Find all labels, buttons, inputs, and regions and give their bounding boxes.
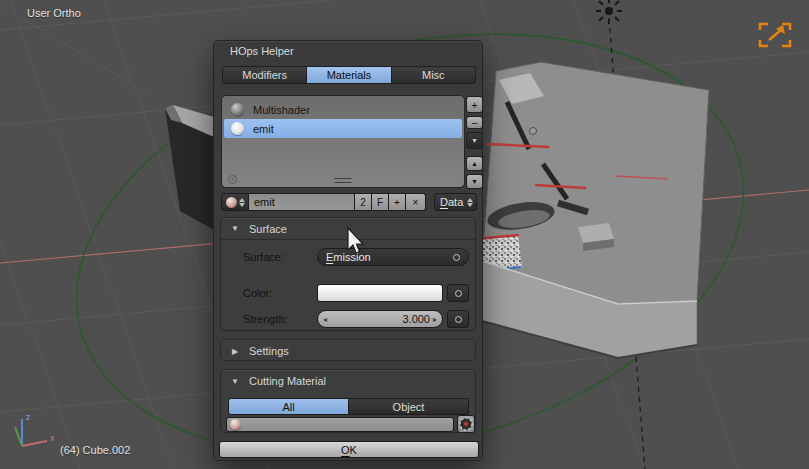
list-item-emit[interactable]: emit <box>224 119 462 138</box>
settings-panel-header[interactable]: ▶ Settings <box>221 340 475 362</box>
dropdown-updown-icon <box>467 198 473 207</box>
selected-object-label: (64) Cube.002 <box>60 444 130 456</box>
add-material-slot-button[interactable]: + <box>466 96 483 113</box>
list-resize-grip[interactable] <box>335 178 352 183</box>
scene-object-left[interactable] <box>165 105 214 230</box>
browse-updown-icon <box>239 198 245 207</box>
view-mode-label: User Ortho <box>27 7 81 19</box>
surface-type-value: Emission <box>326 251 371 263</box>
scope-all-button[interactable]: All <box>228 398 349 415</box>
node-socket-icon <box>455 316 462 323</box>
surface-panel-header[interactable]: ▼ Surface <box>221 218 475 240</box>
expand-triangle-icon: ▶ <box>230 347 240 356</box>
gizmo-x-label: x <box>50 433 55 443</box>
link-mode-value: Data <box>440 196 463 208</box>
unlink-material-button[interactable]: × <box>406 193 426 211</box>
material-preview-icon <box>230 419 241 430</box>
axis-gizmo: z x <box>15 412 55 446</box>
list-item-label: Multishader <box>253 104 310 116</box>
cutting-material-field[interactable] <box>226 417 454 432</box>
material-picker-button[interactable] <box>457 415 475 433</box>
tab-bar: Modifiers Materials Misc <box>222 66 476 84</box>
list-item-multishader[interactable]: Multishader <box>224 100 462 119</box>
material-name-row: 2 F + × Data <box>221 193 477 211</box>
ok-label: OK <box>341 444 357 456</box>
hops-helper-dialog[interactable]: HOps Helper Modifiers Materials Misc Mul… <box>213 40 483 461</box>
material-list[interactable]: Multishader emit + <box>221 95 465 188</box>
material-specials-menu-button[interactable]: ▼ <box>466 132 483 149</box>
cutting-material-panel: ▼ Cutting Material All Object <box>220 369 476 433</box>
list-item-label: emit <box>253 123 274 135</box>
emission-color-swatch[interactable] <box>317 284 443 302</box>
color-node-socket-button[interactable] <box>447 284 469 302</box>
tab-modifiers[interactable]: Modifiers <box>222 66 307 84</box>
slider-left-arrow-icon[interactable]: ◂ <box>323 315 327 324</box>
ok-button[interactable]: OK <box>219 441 479 458</box>
scope-object-button[interactable]: Object <box>349 398 469 415</box>
tab-materials[interactable]: Materials <box>307 66 391 84</box>
material-preview-icon <box>226 197 237 208</box>
scene-object-plate[interactable] <box>469 62 709 358</box>
link-mode-dropdown[interactable]: Data <box>434 193 477 211</box>
cutting-panel-header[interactable]: ▼ Cutting Material <box>221 370 475 392</box>
dialog-title: HOps Helper <box>230 45 294 57</box>
material-sphere-icon <box>231 103 244 116</box>
strength-value: 3.000 <box>402 313 433 325</box>
color-label: Color: <box>243 287 272 299</box>
strength-slider[interactable]: ◂ 3.000 ▸ <box>317 310 443 328</box>
new-material-button[interactable]: + <box>389 193 406 211</box>
settings-panel: ▶ Settings <box>220 339 476 361</box>
list-filter-toggle-icon[interactable]: + <box>228 175 237 184</box>
surface-type-dropdown[interactable]: Emission <box>317 248 469 266</box>
move-slot-down-button[interactable]: ▼ <box>466 174 483 189</box>
panel-title: Surface <box>249 223 287 235</box>
cut-scope-segment: All Object <box>228 398 469 415</box>
material-sphere-icon <box>231 122 244 135</box>
strength-node-socket-button[interactable] <box>447 310 469 328</box>
spacer <box>426 193 434 211</box>
tab-misc[interactable]: Misc <box>392 66 476 84</box>
move-up-arrow-icon: ▲ <box>471 160 478 167</box>
move-down-arrow-icon: ▼ <box>471 178 478 185</box>
users-count-button[interactable]: 2 <box>355 193 372 211</box>
fake-user-button[interactable]: F <box>372 193 389 211</box>
collapse-triangle-icon: ▼ <box>230 377 240 386</box>
screen-picker-icon <box>458 416 474 432</box>
node-socket-icon <box>455 290 462 297</box>
screw-detail <box>530 128 537 135</box>
remove-material-slot-button[interactable]: − <box>466 116 483 129</box>
collapse-triangle-icon: ▼ <box>230 224 240 233</box>
slider-right-arrow-icon[interactable]: ▸ <box>433 315 437 324</box>
surface-label: Surface: <box>243 251 284 263</box>
surface-panel: ▼ Surface Surface: Emission Color: Stren… <box>220 217 476 331</box>
node-socket-icon <box>453 254 460 261</box>
gizmo-z-label: z <box>26 412 31 422</box>
material-name-input[interactable] <box>249 193 355 211</box>
specials-arrow-icon: ▼ <box>471 137 478 144</box>
strength-label: Strength: <box>243 313 288 325</box>
blender-3d-viewport[interactable]: z x User Ortho (64) Cube.002 HOps Helper… <box>0 0 809 469</box>
browse-material-button[interactable] <box>221 193 249 211</box>
move-slot-up-button[interactable]: ▲ <box>466 156 483 171</box>
panel-title: Cutting Material <box>249 375 326 387</box>
panel-title: Settings <box>249 345 289 357</box>
maximize-area-icon[interactable] <box>757 21 793 49</box>
